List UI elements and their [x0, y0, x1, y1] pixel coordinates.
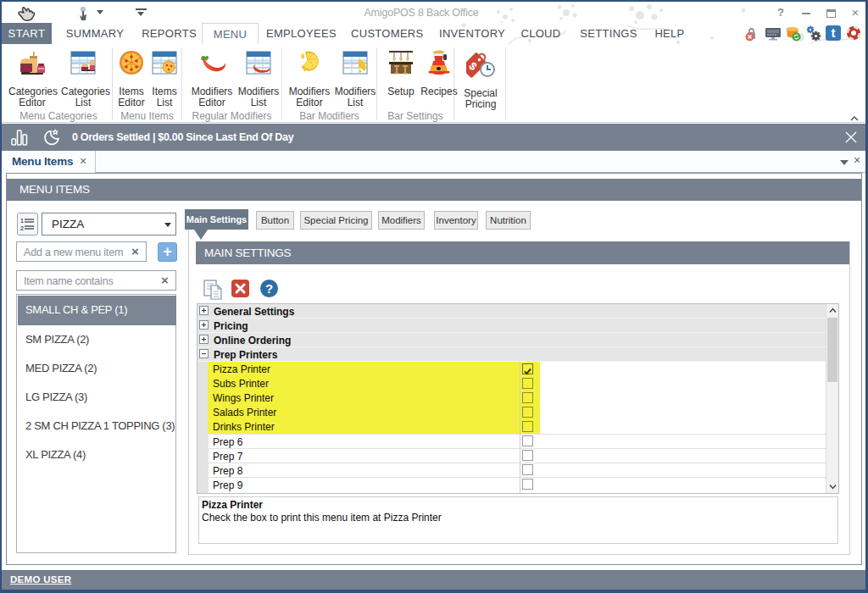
svg-text:2: 2: [20, 225, 24, 231]
svg-text:1: 1: [20, 218, 24, 224]
